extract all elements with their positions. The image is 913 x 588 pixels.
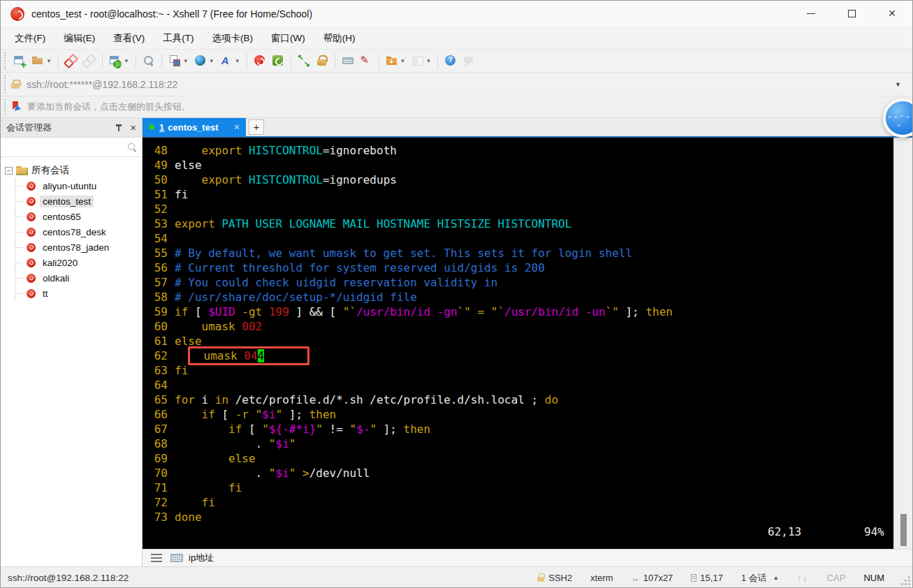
fullscreen-button[interactable]: [295, 53, 312, 68]
tree-root-label[interactable]: 所有会话: [31, 164, 69, 177]
new-terminal-button[interactable]: [11, 53, 28, 68]
caps-lock-indicator[interactable]: CAP: [827, 573, 846, 583]
highlight-pen-button[interactable]: [358, 53, 374, 68]
session-item-centos65[interactable]: centos65: [15, 209, 142, 224]
font-dropdown-icon[interactable]: ▼: [235, 58, 240, 64]
session-item-centos_test[interactable]: centos_test: [15, 193, 142, 209]
tile-windows-dropdown-icon[interactable]: ▼: [426, 58, 432, 64]
status-session-count[interactable]: 1 会话▲: [741, 572, 779, 585]
menu-item-0[interactable]: 文件(F): [15, 32, 45, 45]
xftp-button[interactable]: [270, 53, 286, 68]
toolbar-separator: [58, 54, 59, 68]
address-bar[interactable]: ssh://root:******@192.168.2.118:22 ▼: [1, 73, 912, 96]
terminal-screen[interactable]: 48 export HISTCONTROL=ignoreboth49else50…: [143, 138, 893, 549]
panel-close-icon[interactable]: ×: [130, 122, 136, 133]
menu-item-6[interactable]: 帮助(H): [323, 32, 356, 45]
session-search[interactable]: [1, 138, 142, 157]
layout-button[interactable]: ▼: [166, 53, 191, 68]
addressbar-drag-handle[interactable]: [4, 75, 6, 93]
session-properties-button[interactable]: ▼: [107, 53, 131, 68]
close-button[interactable]: ×: [872, 1, 912, 27]
new-folder-button[interactable]: ▼: [384, 53, 408, 68]
status-terminal-type[interactable]: xterm: [590, 573, 613, 583]
hamburger-icon[interactable]: [151, 557, 162, 559]
virtual-keyboard-icon: [342, 54, 354, 67]
session-item-aliyun-utuntu[interactable]: aliyun-utuntu: [15, 178, 142, 193]
quick-command-label[interactable]: ip地址: [189, 552, 214, 564]
maximize-button[interactable]: [831, 1, 872, 27]
new-folder-icon: [386, 54, 398, 67]
line-number: 49: [154, 158, 168, 172]
session-icon: [27, 182, 36, 191]
tab-centos-test[interactable]: 1centos_test ×: [143, 118, 246, 136]
scroll-arrows[interactable]: ↑↓: [797, 573, 809, 583]
line-number: 54: [154, 231, 168, 246]
address-dropdown-icon[interactable]: ▼: [891, 81, 905, 88]
session-item-centos78_desk[interactable]: centos78_desk: [15, 224, 142, 240]
open-folder-dropdown-icon[interactable]: ▼: [46, 58, 52, 64]
infobar-drag-handle[interactable]: [4, 99, 6, 115]
session-label: centos65: [40, 211, 84, 223]
status-connection: ssh://root@192.168.2.118:22: [8, 573, 536, 583]
scrollbar-thumb[interactable]: [900, 514, 907, 546]
menu-item-1[interactable]: 编辑(E): [64, 32, 95, 45]
line-number: 67: [154, 422, 168, 436]
new-folder-dropdown-icon[interactable]: ▼: [400, 58, 406, 64]
session-item-centos78_jaden[interactable]: centos78_jaden: [15, 240, 142, 255]
layout-dropdown-icon[interactable]: ▼: [183, 58, 189, 64]
scroll-percent: 94%: [864, 524, 884, 539]
minimize-button[interactable]: [791, 1, 831, 27]
disconnect-button[interactable]: [63, 53, 80, 68]
web-button[interactable]: ▼: [192, 53, 217, 68]
line-number: 70: [154, 466, 168, 480]
menu-item-4[interactable]: 选项卡(B): [212, 32, 254, 45]
find-button[interactable]: [140, 53, 157, 68]
tab-close-icon[interactable]: ×: [234, 122, 240, 132]
terminal-scrollbar[interactable]: [893, 138, 912, 549]
folder-icon: [16, 166, 28, 175]
resize-icon: ↔: [631, 573, 640, 583]
lock-screen-button[interactable]: [314, 53, 330, 68]
session-tree: − 所有会话 aliyun-utuntucentos_testcentos65c…: [1, 157, 142, 566]
num-lock-indicator[interactable]: NUM: [863, 573, 884, 583]
terminal-wrap: 48 export HISTCONTROL=ignoreboth49else50…: [143, 138, 912, 549]
session-item-oldkali[interactable]: oldkali: [15, 270, 142, 286]
session-properties-dropdown-icon[interactable]: ▼: [124, 58, 129, 64]
pin-icon[interactable]: [115, 124, 123, 132]
session-label: oldkali: [40, 272, 72, 284]
session-label: centos78_desk: [40, 226, 109, 238]
keyboard-icon[interactable]: [170, 554, 183, 562]
terminal-line-62: 62 umask 044: [154, 348, 893, 363]
session-dropdown-icon[interactable]: ▲: [773, 575, 779, 581]
session-item-tt[interactable]: tt: [15, 286, 142, 301]
open-folder-button[interactable]: ▼: [29, 53, 54, 68]
line-number: 48: [154, 143, 168, 158]
session-search-input[interactable]: [5, 140, 126, 154]
lock-icon: [10, 79, 20, 89]
session-tree-root[interactable]: − 所有会话: [5, 163, 142, 178]
font-button[interactable]: ▼: [218, 53, 242, 68]
resize-grip[interactable]: [908, 583, 910, 585]
line-number: 61: [154, 334, 168, 348]
tree-expander-icon[interactable]: −: [5, 167, 13, 175]
address-url[interactable]: ssh://root:******@192.168.2.118:22: [27, 79, 891, 90]
find-icon: [143, 54, 155, 67]
virtual-keyboard-button[interactable]: [339, 53, 356, 68]
session-item-kali2020[interactable]: kali2020: [15, 255, 142, 270]
terminal-line-69: 69 else: [154, 451, 893, 466]
menu-item-3[interactable]: 工具(T): [163, 32, 193, 45]
help-button[interactable]: [442, 53, 459, 68]
xshell-window: { "window": { "title": "centos_test - ro…: [0, 0, 913, 588]
session-label: kali2020: [40, 257, 80, 269]
xshell-button[interactable]: [251, 53, 268, 68]
menu-item-2[interactable]: 查看(V): [113, 32, 145, 45]
new-tab-button[interactable]: +: [249, 119, 264, 135]
quick-command-bar: ip地址: [143, 549, 912, 566]
web-dropdown-icon[interactable]: ▼: [209, 58, 214, 64]
terminal-line-51: 51fi: [154, 187, 893, 202]
search-icon[interactable]: [126, 142, 138, 153]
tile-windows-button: ▼: [409, 53, 434, 68]
terminal-line-55: 55# By default, we want umask to get set…: [154, 246, 893, 260]
menu-item-5[interactable]: 窗口(W): [271, 32, 305, 45]
toolbar-drag-handle[interactable]: [4, 52, 6, 69]
